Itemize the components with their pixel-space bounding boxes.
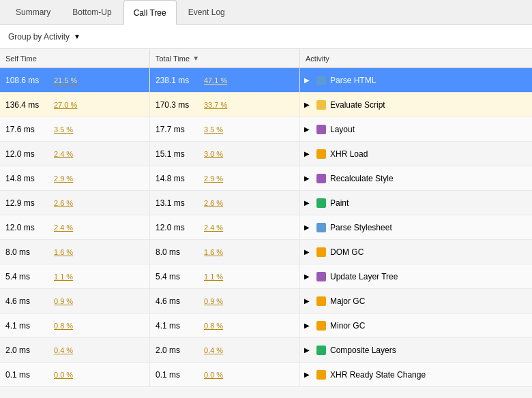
self-time-pct: 21.5 % [54,76,77,85]
total-time-pct: 1.1 % [204,273,223,281]
table-row[interactable]: 8.0 ms1.6 %8.0 ms1.6 %▶DOM GC [0,240,532,264]
table-row[interactable]: 17.6 ms3.5 %17.7 ms3.5 %▶Layout [0,117,532,142]
total-time-cell: 12.0 ms2.4 % [150,215,300,239]
activity-color-swatch [316,321,326,331]
tab-call-tree[interactable]: Call Tree [123,0,177,25]
self-time-cell: 108.6 ms21.5 % [0,68,150,92]
activity-cell: ▶Paint [300,191,532,215]
table-row[interactable]: 12.0 ms2.4 %15.1 ms3.0 %▶XHR Load [0,142,532,166]
col-header-total-time[interactable]: Total Time ▼ [150,49,300,67]
self-time-pct: 2.4 % [54,224,73,232]
expand-arrow-icon[interactable]: ▶ [304,101,312,108]
self-time-pct: 2.4 % [54,150,73,158]
tab-bottom-up[interactable]: Bottom-Up [62,0,121,25]
tab-summary[interactable]: Summary [5,0,61,25]
activity-name-label: Minor GC [330,321,365,331]
self-time-cell: 12.0 ms2.4 % [0,215,150,239]
group-by-label: Group by Activity [8,32,70,42]
table-row[interactable]: 2.0 ms0.4 %2.0 ms0.4 %▶Composite Layers [0,338,532,363]
activity-color-swatch [316,247,326,257]
total-time-pct: 2.4 % [204,224,223,232]
activity-name-label: Parse HTML [330,76,376,85]
self-time-value: 108.6 ms [5,76,50,85]
activity-name-label: Recalculate Style [330,174,394,183]
total-time-value: 14.8 ms [156,174,200,183]
table-row[interactable]: 4.1 ms0.8 %4.1 ms0.8 %▶Minor GC [0,313,532,338]
total-time-value: 17.7 ms [156,125,200,134]
tab-event-log[interactable]: Event Log [178,0,235,25]
activity-color-swatch [316,296,326,306]
self-time-pct: 27.0 % [54,101,77,109]
total-time-value: 5.4 ms [156,272,200,281]
expand-arrow-icon[interactable]: ▶ [304,125,312,133]
self-time-pct: 0.0 % [54,371,73,379]
expand-arrow-icon[interactable]: ▶ [304,174,312,182]
activity-cell: ▶Layout [300,117,532,141]
activity-cell: ▶Major GC [300,289,532,313]
expand-arrow-icon[interactable]: ▶ [304,346,312,354]
activity-color-swatch [316,370,326,380]
group-by-dropdown-arrow[interactable]: ▼ [74,33,80,40]
self-time-cell: 2.0 ms0.4 % [0,338,150,362]
expand-arrow-icon[interactable]: ▶ [304,224,312,231]
activity-name-label: Parse Stylesheet [330,223,392,232]
total-time-cell: 0.1 ms0.0 % [150,363,300,386]
self-time-pct: 0.8 % [54,322,73,330]
activity-color-swatch [316,198,326,208]
table-row[interactable]: 136.4 ms27.0 %170.3 ms33.7 %▶Evaluate Sc… [0,93,532,117]
expand-arrow-icon[interactable]: ▶ [304,371,312,378]
expand-arrow-icon[interactable]: ▶ [304,297,312,305]
total-time-cell: 5.4 ms1.1 % [150,264,300,288]
total-time-pct: 0.0 % [204,371,223,379]
total-time-value: 2.0 ms [156,346,200,355]
self-time-value: 8.0 ms [5,247,50,257]
total-time-pct: 3.0 % [204,150,223,158]
expand-arrow-icon[interactable]: ▶ [304,248,312,256]
table-row[interactable]: 108.6 ms21.5 %238.1 ms47.1 %▶Parse HTML [0,68,532,93]
self-time-value: 12.9 ms [5,198,50,208]
activity-color-swatch [316,76,326,85]
total-time-value: 13.1 ms [156,198,200,208]
activity-cell: ▶Parse HTML [300,68,532,92]
total-time-cell: 2.0 ms0.4 % [150,338,300,362]
activity-color-swatch [316,174,326,183]
activity-color-swatch [316,149,326,159]
expand-arrow-icon[interactable]: ▶ [304,199,312,206]
self-time-value: 17.6 ms [5,125,50,134]
self-time-value: 12.0 ms [5,149,50,159]
total-time-pct: 0.8 % [204,322,223,330]
table-row[interactable]: 0.1 ms0.0 %0.1 ms0.0 %▶XHR Ready State C… [0,363,532,387]
expand-arrow-icon[interactable]: ▶ [304,322,312,329]
self-time-cell: 12.0 ms2.4 % [0,142,150,166]
total-time-pct: 0.4 % [204,346,223,354]
self-time-cell: 4.1 ms0.8 % [0,313,150,337]
expand-arrow-icon[interactable]: ▶ [304,150,312,157]
total-time-pct: 47.1 % [204,76,227,85]
expand-arrow-icon[interactable]: ▶ [304,76,312,84]
self-time-pct: 2.6 % [54,199,73,207]
activity-cell: ▶XHR Load [300,142,532,166]
total-time-cell: 4.1 ms0.8 % [150,313,300,337]
self-time-cell: 4.6 ms0.9 % [0,289,150,313]
activity-name-label: Layout [330,125,355,134]
table-row[interactable]: 4.6 ms0.9 %4.6 ms0.9 %▶Major GC [0,289,532,313]
self-time-value: 12.0 ms [5,223,50,232]
tab-bar: Summary Bottom-Up Call Tree Event Log [0,0,532,25]
col-header-activity: Activity [300,49,532,67]
total-time-pct: 3.5 % [204,125,223,134]
total-time-cell: 4.6 ms0.9 % [150,289,300,313]
self-time-pct: 1.6 % [54,248,73,256]
self-time-cell: 0.1 ms0.0 % [0,363,150,386]
table-row[interactable]: 14.8 ms2.9 %14.8 ms2.9 %▶Recalculate Sty… [0,166,532,191]
expand-arrow-icon[interactable]: ▶ [304,273,312,280]
table-row[interactable]: 12.9 ms2.6 %13.1 ms2.6 %▶Paint [0,191,532,215]
activity-name-label: XHR Load [330,149,368,159]
total-time-value: 4.1 ms [156,321,200,331]
total-time-value: 170.3 ms [156,100,200,110]
table-row[interactable]: 5.4 ms1.1 %5.4 ms1.1 %▶Update Layer Tree [0,264,532,289]
self-time-value: 4.6 ms [5,296,50,306]
activity-name-label: DOM GC [330,247,364,257]
self-time-value: 136.4 ms [5,100,50,110]
table-row[interactable]: 12.0 ms2.4 %12.0 ms2.4 %▶Parse Styleshee… [0,215,532,240]
activity-cell: ▶Composite Layers [300,338,532,362]
